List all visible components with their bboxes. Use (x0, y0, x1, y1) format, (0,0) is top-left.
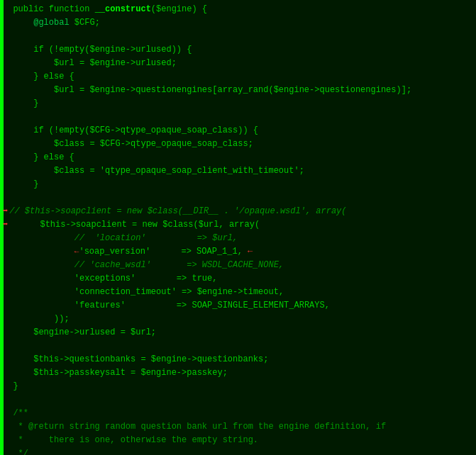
code-line: // 'location' => $url, (0, 232, 476, 245)
code-line: } (0, 178, 476, 191)
code-line: } (0, 380, 476, 393)
code-line: } else { (0, 70, 476, 84)
code-line (0, 191, 476, 205)
code-line-doccomment: */ (0, 447, 476, 455)
code-line-doccomment: /** (0, 407, 476, 420)
code-line: public function __construct($engine) { (0, 3, 476, 16)
code-editor: public function __construct($engine) { @… (0, 0, 476, 455)
code-line: $url = $engine->questionengines[array_ra… (0, 84, 476, 97)
code-line: } else { (0, 151, 476, 164)
code-line (0, 393, 476, 407)
code-line-arrow: ➡ $this->soapclient = new $class($url, a… (0, 218, 476, 232)
code-line: $class = 'qtype_opaque_soap_client_with_… (0, 164, 476, 178)
code-line (0, 111, 476, 124)
code-line: $this->passkeysalt = $engine->passkey; (0, 366, 476, 380)
code-line: $url = $engine->urlused; (0, 57, 476, 70)
code-line-soap-version: ←'soap_version' => SOAP_1_1, ← (0, 245, 476, 259)
code-line: $engine->urlused = $url; (0, 326, 476, 339)
code-line-doccomment: * there is one, otherwise the empty stri… (0, 434, 476, 447)
code-line: // 'cache_wsdl' => WSDL_CACHE_NONE, (0, 259, 476, 272)
code-line-commented-arrow: ➡// $this->soapclient = new $class(__DIR… (0, 205, 476, 218)
code-line: } (0, 97, 476, 111)
code-line (0, 30, 476, 43)
code-line: 'features' => SOAP_SINGLE_ELEMENT_ARRAYS… (0, 299, 476, 313)
code-line: )); (0, 313, 476, 326)
code-line: if (!empty($engine->urlused)) { (0, 43, 476, 57)
code-line: 'exceptions' => true, (0, 272, 476, 286)
code-line: @global $CFG; (0, 16, 476, 30)
code-line: 'connection_timeout' => $engine->timeout… (0, 286, 476, 299)
code-line: $class = $CFG->qtype_opaque_soap_class; (0, 137, 476, 151)
code-line: $this->questionbanks = $engine->question… (0, 353, 476, 366)
code-line-doccomment: * @return string random question bank ur… (0, 420, 476, 434)
code-line (0, 339, 476, 353)
code-line: if (!empty($CFG->qtype_opaque_soap_class… (0, 124, 476, 137)
